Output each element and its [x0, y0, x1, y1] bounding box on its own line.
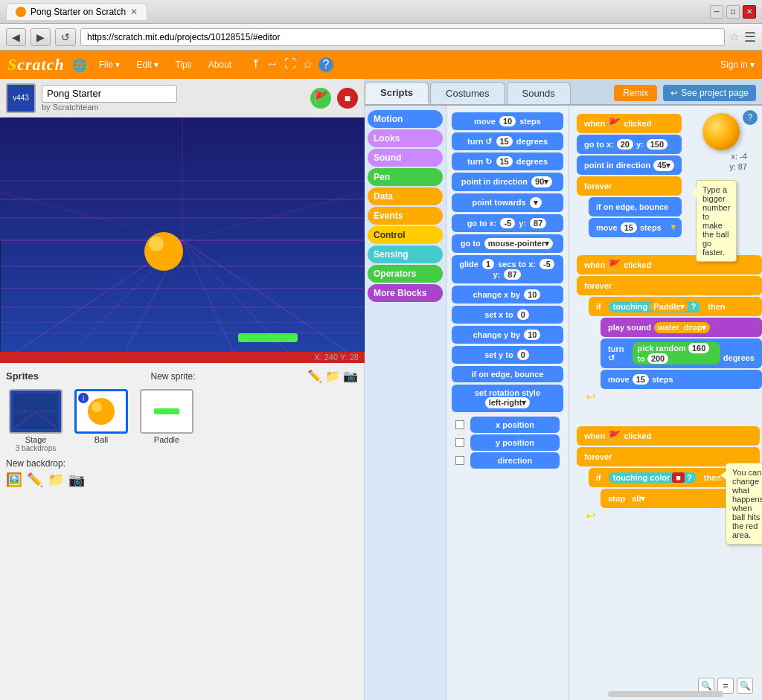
camera-backdrop-btn[interactable]: 📷 [68, 472, 85, 488]
upload-icon[interactable]: ⤒ [251, 57, 260, 72]
sprite-item-ball[interactable]: i Ball [71, 389, 131, 452]
cat-control-btn[interactable]: Control [368, 226, 443, 244]
tooltip-arrow-1 [691, 188, 697, 197]
sign-in-btn[interactable]: Sign in ▾ [720, 60, 755, 70]
restore-btn[interactable]: □ [726, 5, 740, 19]
block-set-x[interactable]: set x to 0 [452, 306, 563, 324]
forward-btn[interactable]: ▶ [31, 28, 51, 46]
upload-sprite-btn[interactable]: 📁 [325, 369, 340, 383]
block-x-position[interactable]: x position [470, 417, 560, 433]
ws-forever-1[interactable]: forever [577, 176, 682, 196]
stage-sprite-item[interactable]: Stage 3 backdrops [6, 389, 65, 452]
menu-edit[interactable]: Edit ▾ [132, 57, 163, 72]
stage-thumbnail [9, 389, 63, 434]
bookmark-star-icon[interactable]: ☆ [729, 30, 740, 44]
paint-sprite-btn[interactable]: ✏️ [307, 369, 322, 383]
green-flag-btn[interactable]: 🚩 [310, 88, 331, 109]
browser-titlebar: Pong Starter on Scratch ✕ ─ □ ✕ [0, 0, 762, 24]
cat-looks-btn[interactable]: Looks [368, 129, 443, 147]
block-goto-mousepointer[interactable]: go to mouse-pointer▾ [452, 234, 563, 253]
touching-color-block[interactable]: touching color ■ ? [609, 472, 697, 483]
star-icon[interactable]: ☆ [302, 57, 313, 72]
block-turn-ccw[interactable]: turn ↺ 15 degrees [452, 132, 563, 150]
block-move[interactable]: move 10 steps [452, 112, 563, 130]
menu-icon[interactable]: ☰ [744, 29, 756, 45]
block-direction[interactable]: direction [470, 452, 560, 469]
ws-goto-block[interactable]: go to x: 20 y: 150 [577, 135, 682, 154]
tab-close-btn[interactable]: ✕ [130, 7, 138, 17]
ws-play-sound[interactable]: play sound water_drop▾ [601, 318, 762, 337]
ws-forever-2[interactable]: forever [577, 276, 762, 295]
ws-point-direction-block[interactable]: point in direction 45▾ [577, 155, 682, 175]
touching-block[interactable]: touching Paddle▾ ? [609, 301, 700, 312]
workspace-scrollbar[interactable] [608, 691, 723, 697]
stage-canvas: X: 240 Y: 28 [0, 118, 365, 363]
cat-sensing-btn[interactable]: Sensing [368, 245, 443, 263]
browser-tab[interactable]: Pong Starter on Scratch ✕ [6, 3, 147, 20]
block-turn-cw[interactable]: turn ↻ 15 degrees [452, 152, 563, 170]
sprite-item-paddle[interactable]: Paddle [137, 389, 196, 452]
project-name-input[interactable] [42, 85, 177, 103]
cat-sound-btn[interactable]: Sound [368, 149, 443, 167]
browser-toolbar: ◀ ▶ ↺ ☆ ☰ [0, 24, 762, 51]
ws-if-touching-paddle[interactable]: if touching Paddle▾ ? then [589, 297, 762, 316]
svg-point-29 [88, 398, 115, 425]
block-point-direction[interactable]: point in direction 90▾ [452, 173, 563, 191]
remix-btn[interactable]: Remix [614, 85, 657, 101]
tab-sounds[interactable]: Sounds [507, 82, 571, 104]
cat-moreblocks-btn[interactable]: More Blocks [368, 284, 443, 302]
tab-scripts[interactable]: Scripts [365, 82, 429, 104]
cat-data-btn[interactable]: Data [368, 187, 443, 205]
sprite-info-badge[interactable]: i [78, 393, 89, 403]
see-project-btn[interactable]: ↩ See project page [663, 85, 756, 101]
block-glide[interactable]: glide 1 secs to x: -5 y: 87 [452, 255, 563, 283]
block-change-y[interactable]: change y by 10 [452, 326, 563, 344]
direction-checkbox[interactable] [455, 456, 464, 465]
stop-btn[interactable]: ■ [337, 88, 358, 109]
block-rotation-style[interactable]: set rotation style left-right▾ [452, 385, 563, 412]
fullscreen-icon[interactable]: ↔ [266, 57, 278, 72]
block-point-towards[interactable]: point towards ▾ [452, 193, 563, 212]
menu-file[interactable]: File ▾ [95, 57, 125, 72]
back-btn[interactable]: ◀ [6, 28, 26, 46]
ws-when-clicked-3[interactable]: when 🚩 clicked [577, 426, 760, 446]
block-goto[interactable]: go to x: -5 y: 87 [452, 214, 563, 232]
paint-backdrop-btn[interactable]: 🖼️ [6, 472, 22, 488]
minimize-btn[interactable]: ─ [710, 5, 723, 19]
block-y-position-row: y position [455, 434, 566, 451]
stack1-expand-icon[interactable]: ▼ [670, 222, 678, 231]
globe-icon[interactable]: 🌐 [72, 58, 87, 72]
pick-random-block[interactable]: pick random 160 to 200 [633, 342, 720, 365]
cat-motion-btn[interactable]: Motion [368, 110, 443, 128]
cat-events-btn[interactable]: Events [368, 207, 443, 225]
x-position-checkbox[interactable] [455, 420, 464, 429]
camera-sprite-btn[interactable]: 📷 [343, 369, 358, 383]
zoom-in-btn[interactable]: 🔍 [737, 678, 753, 694]
close-btn[interactable]: ✕ [743, 5, 756, 19]
block-change-x[interactable]: change x by 10 [452, 286, 563, 304]
cat-pen-btn[interactable]: Pen [368, 168, 443, 186]
ws-turn-random[interactable]: turn ↺ pick random 160 to 200 degrees [601, 338, 762, 368]
help-icon[interactable]: ? [318, 57, 333, 72]
tab-costumes[interactable]: Costumes [430, 82, 505, 104]
paddle-thumbnail [140, 389, 193, 434]
address-bar[interactable] [80, 28, 725, 46]
tooltip-1: Type a bigger number to make the ball go… [696, 180, 737, 262]
loop-arrow-2: ↩ [586, 390, 762, 404]
y-position-checkbox[interactable] [455, 438, 464, 447]
cat-operators-btn[interactable]: Operators [368, 265, 443, 283]
upload-backdrop-btn[interactable]: 📁 [48, 472, 64, 488]
block-edge-bounce[interactable]: if on edge, bounce [452, 366, 563, 382]
refresh-btn[interactable]: ↺ [55, 28, 76, 46]
expand-icon[interactable]: ⛶ [284, 57, 296, 72]
menu-tips[interactable]: Tips [170, 57, 196, 72]
ws-edge-bounce-block[interactable]: if on edge, bounce [589, 197, 682, 216]
ws-move-15-1[interactable]: move 15 steps ▼ [589, 218, 682, 237]
menu-about[interactable]: About [204, 57, 236, 72]
block-y-position[interactable]: y position [470, 434, 560, 451]
block-set-y[interactable]: set y to 0 [452, 346, 563, 364]
help-btn[interactable]: ? [743, 110, 758, 125]
edit-backdrop-btn[interactable]: ✏️ [27, 472, 43, 488]
ws-when-clicked-1[interactable]: when 🚩 clicked [577, 114, 682, 133]
ws-move-15-2[interactable]: move 15 steps [601, 370, 762, 389]
